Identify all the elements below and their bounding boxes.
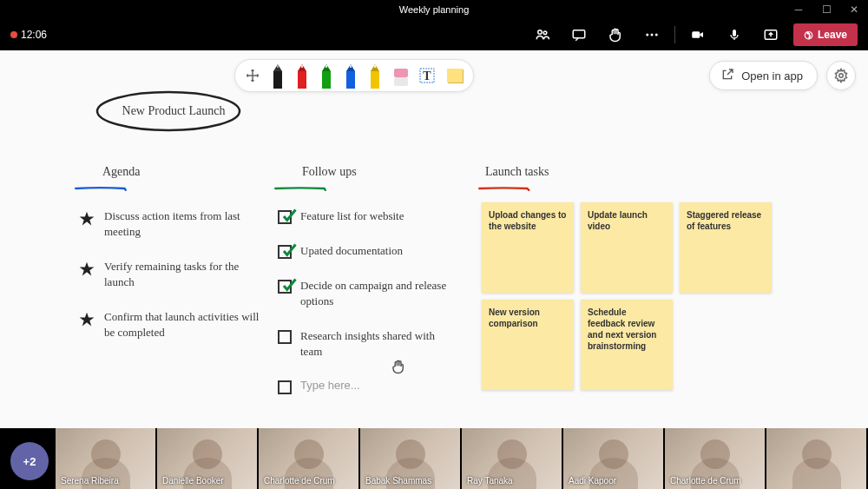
recording-indicator: 12:06 (10, 29, 47, 41)
checkbox-checked[interactable] (278, 280, 292, 294)
chat-icon[interactable] (565, 19, 593, 50)
sticky-note-tool-icon[interactable] (445, 66, 464, 85)
svg-point-5 (655, 34, 658, 36)
raise-hand-icon[interactable] (602, 19, 629, 50)
participants-strip: +2 Serena Ribeira Danielle Booker Charlo… (0, 428, 868, 489)
minimize-button[interactable]: ─ (785, 0, 812, 19)
more-actions-icon[interactable] (638, 19, 666, 50)
participant-name: Aadi Kapoor (569, 476, 616, 486)
followup-item-text: Feature list for website (300, 208, 404, 224)
svg-point-4 (650, 34, 653, 36)
participant-name: Charlotte de Crum (670, 476, 741, 486)
checkbox-checked[interactable] (278, 210, 292, 224)
participant-name: Serena Ribeira (61, 476, 119, 486)
checkbox-unchecked[interactable] (278, 380, 292, 394)
followup-item: Research insights shared with team (278, 328, 469, 360)
move-tool-icon[interactable] (244, 67, 261, 84)
participant-name: Ray Tanaka (467, 476, 513, 486)
participant-name: Danielle Booker (162, 476, 224, 486)
open-external-icon (720, 68, 734, 84)
pen-blue[interactable] (343, 63, 358, 89)
whiteboard-canvas[interactable]: T Open in app New Product Launch Agenda … (0, 50, 868, 428)
leave-label: Leave (818, 29, 847, 41)
open-in-app-button[interactable]: Open in app (709, 61, 818, 90)
followup-new-item[interactable]: Type here... (278, 379, 469, 394)
eraser-tool-icon[interactable] (391, 65, 409, 86)
svg-point-13 (839, 74, 844, 78)
star-icon (78, 261, 95, 278)
pen-black[interactable] (270, 63, 286, 89)
svg-rect-10 (394, 77, 408, 86)
participant-tile[interactable]: Serena Ribeira (56, 428, 155, 489)
pen-red[interactable] (294, 63, 310, 89)
sticky-text: Upload changes to the website (489, 210, 566, 231)
pen-yellow[interactable] (367, 63, 383, 89)
camera-icon[interactable] (684, 19, 712, 50)
participant-tile[interactable]: Charlotte de Crum (259, 428, 358, 489)
star-icon (78, 311, 95, 328)
open-in-app-label: Open in app (741, 69, 803, 83)
svg-point-3 (646, 34, 648, 36)
followup-placeholder[interactable]: Type here... (300, 379, 360, 392)
sticky-note[interactable]: New version comparison (482, 300, 574, 390)
participant-tile[interactable]: Charlotte de Crum (665, 428, 765, 489)
svg-text:T: T (423, 69, 431, 83)
phone-icon: ✆ (800, 28, 815, 43)
hand-cursor-icon (391, 359, 408, 376)
close-button[interactable]: ✕ (840, 0, 868, 19)
svg-point-0 (538, 30, 542, 35)
sticky-text: Update launch video (588, 210, 648, 231)
window-titlebar: Weekly planning ─ ☐ ✕ (0, 0, 868, 19)
checkmark-icon (281, 208, 297, 224)
launch-heading: Launch tasks (485, 165, 549, 179)
meeting-timer: 12:06 (21, 29, 47, 41)
checkmark-icon (281, 278, 297, 294)
agenda-item-text: Confirm that launch activities will be c… (104, 309, 260, 340)
participants-icon[interactable] (529, 19, 556, 50)
followups-column: Follow ups Feature list for website Upat… (278, 163, 469, 394)
svg-rect-9 (394, 69, 408, 77)
checkbox-unchecked[interactable] (278, 330, 292, 344)
checkmark-icon (281, 243, 297, 259)
whiteboard-settings-button[interactable] (826, 61, 856, 90)
microphone-icon[interactable] (720, 19, 748, 50)
sticky-text: Schedule feedback review and next versio… (588, 307, 656, 351)
checkbox-checked[interactable] (278, 245, 292, 259)
agenda-item-text: Discuss action items from last meeting (104, 208, 260, 240)
svg-rect-2 (573, 30, 585, 38)
svg-rect-6 (692, 31, 700, 38)
followup-item-text: Decide on campaign and release options (300, 278, 457, 309)
sticky-note[interactable]: Staggered release of features (680, 202, 772, 293)
leave-button[interactable]: ✆ Leave (793, 23, 858, 46)
sticky-note[interactable]: Schedule feedback review and next versio… (581, 300, 673, 390)
text-tool-icon[interactable]: T (418, 66, 437, 85)
participant-name: Charlotte de Crum (264, 476, 335, 486)
followup-item: Feature list for website (278, 208, 469, 224)
svg-rect-7 (733, 30, 736, 36)
separator (674, 26, 675, 43)
launch-column: Launch tasks (482, 163, 768, 184)
agenda-item: Verify remaining tasks for the launch (78, 259, 260, 290)
agenda-column: Agenda Discuss action items from last me… (78, 163, 260, 340)
participant-tile[interactable]: Ray Tanaka (462, 428, 562, 489)
whiteboard-toolbar: T (234, 59, 474, 92)
participant-overflow-badge[interactable]: +2 (10, 442, 49, 480)
participant-tile[interactable]: Danielle Booker (157, 428, 257, 489)
share-screen-icon[interactable] (757, 19, 785, 50)
star-icon (78, 210, 95, 228)
pen-green[interactable] (319, 63, 334, 89)
participant-tile[interactable]: Babak Shammas (360, 428, 460, 489)
maximize-button[interactable]: ☐ (812, 0, 840, 19)
record-icon (10, 31, 17, 38)
followups-heading: Follow ups (302, 165, 357, 179)
participant-tile[interactable]: Aadi Kapoor (563, 428, 663, 489)
participant-tile[interactable] (766, 428, 866, 489)
svg-point-1 (543, 31, 547, 35)
gear-icon (833, 68, 849, 83)
sticky-note[interactable]: Upload changes to the website (482, 202, 574, 293)
sticky-text: New version comparison (489, 307, 540, 328)
agenda-heading: Agenda (102, 165, 141, 179)
sticky-note[interactable]: Update launch video (581, 202, 673, 293)
participant-name: Babak Shammas (365, 476, 431, 486)
agenda-item: Confirm that launch activities will be c… (78, 309, 260, 340)
